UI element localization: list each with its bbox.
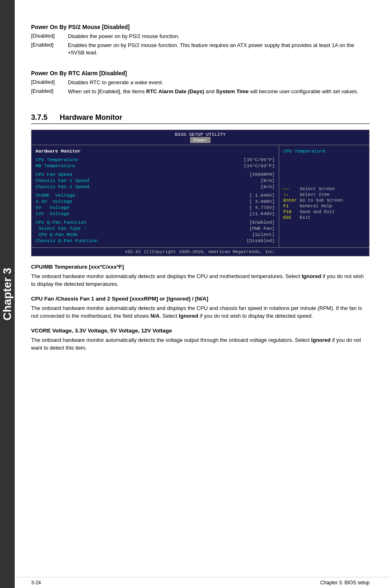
bios-key-row: F10 Save and Exit (283, 209, 365, 214)
footer-bar: 3-24 Chapter 3: BIOS setup (15, 577, 390, 588)
footer-page-number: 3-24 (31, 580, 41, 586)
voltage-text: The onboard hardware monitor automatical… (31, 336, 370, 352)
bios-header: BIOS SETUP UTILITY Power (31, 130, 369, 145)
rtc-enabled-desc: When set to [Enabled], the items RTC Ala… (68, 88, 370, 95)
list-item: [Enabled] Enables the power on by PS/2 m… (31, 42, 370, 56)
hw-section-title: Hardware Monitor (60, 113, 122, 121)
bios-label: 5V Voltage (36, 205, 69, 210)
bios-label: CPU Q-Fan Mode (36, 232, 78, 237)
bios-label: CPU Temperature (36, 157, 78, 162)
bios-footer: v02.61 (C)Copyright 1985-2010, American … (31, 247, 369, 256)
bios-row: CPU Fan Speed [3590RPM] (36, 172, 275, 177)
bios-key: F10 (283, 209, 300, 214)
bios-right-title: CPU Temperature (283, 148, 365, 154)
hw-section-number: 3.7.5 (31, 113, 47, 121)
ps2-enabled-label: [Enabled] (31, 42, 68, 56)
fan-speed-title: CPU Fan /Chassis Fan 1 and 2 Speed [xxxx… (31, 296, 370, 302)
list-item: [Enabled] When set to [Enabled], the ite… (31, 88, 370, 95)
bios-value: [11.648V] (249, 211, 275, 216)
bios-label: Select Fan Type : (36, 226, 86, 231)
ps2-enabled-desc: Enables the power on by PS/2 mouse funct… (68, 42, 370, 56)
bios-key-row: ←→ Select Screen (283, 186, 365, 191)
voltage-title: VCORE Voltage, 3.3V Voltage, 5V Voltage,… (31, 328, 370, 334)
bios-key-desc: Select Item (300, 192, 329, 197)
bios-key-row: Enter Go to Sub Screen (283, 198, 365, 203)
ps2-item-list: [Disabled] Disables the power on by PS/2… (31, 33, 370, 58)
bios-value: [ 4.776V] (249, 205, 275, 210)
bios-value: [N/A] (260, 184, 275, 189)
fan-speed-section: CPU Fan /Chassis Fan 1 and 2 Speed [xxxx… (31, 296, 370, 320)
rtc-item-list: [Disabled] Disables RTC to generate a wa… (31, 79, 370, 97)
ps2-disabled-label: [Disabled] (31, 33, 68, 40)
bios-row: Chassis Q-Fan Function [Disabled] (36, 238, 275, 243)
bios-key-row: F1 General Help (283, 204, 365, 209)
bios-key-desc: Select Screen (300, 186, 335, 191)
bios-row: Select Fan Type : [PWR Fan] (36, 226, 275, 231)
bios-row: 5V Voltage [ 4.776V] (36, 205, 275, 210)
bios-row: VCORE Voltage [ 1.040V] (36, 193, 275, 198)
rtc-disabled-desc: Disables RTC to generate a wake event. (68, 79, 370, 86)
bios-left-title: Hardware Monitor (36, 148, 275, 154)
bios-label: MB Temperature (36, 163, 75, 168)
bios-value: [35°C/95°F] (244, 157, 275, 162)
bios-label: CPU Q-Fan Function (36, 220, 86, 225)
bios-key: ↑↓ (283, 192, 300, 197)
ps2-disabled-desc: Disables the power on by PS/2 mouse func… (68, 33, 370, 40)
bios-row: MB Temperature [34°C/93°F] (36, 163, 275, 168)
bios-keys: ←→ Select Screen ↑↓ Select Item Enter Go… (283, 186, 365, 220)
bios-header-text: BIOS SETUP UTILITY (175, 132, 226, 137)
bios-active-tab: Power (190, 137, 211, 143)
bios-value: [N/A] (260, 178, 275, 183)
list-item: [Disabled] Disables RTC to generate a wa… (31, 79, 370, 86)
bios-key: ESC (283, 215, 300, 220)
bios-key-desc: General Help (300, 204, 332, 209)
bios-key-desc: Save and Exit (300, 209, 335, 214)
bios-row: 12V Voltage [11.648V] (36, 211, 275, 216)
bios-value: [3590RPM] (249, 172, 275, 177)
bios-screenshot: BIOS SETUP UTILITY Power Hardware Monito… (31, 130, 370, 256)
bios-key-desc: Exit (300, 215, 310, 220)
bios-value: [ 3.008V] (249, 199, 275, 204)
bios-row: CPU Q-Fan Function [Enabled] (36, 220, 275, 225)
voltage-section: VCORE Voltage, 3.3V Voltage, 5V Voltage,… (31, 328, 370, 352)
cpu-temp-section: CPU/MB Temperature [xxxºC/xxxºF] The onb… (31, 264, 370, 288)
bios-label: Chassis Q-Fan Function (36, 238, 98, 243)
bios-label: Chassis Fan 2 Speed (36, 184, 89, 189)
bios-body: Hardware Monitor CPU Temperature [35°C/9… (31, 145, 369, 247)
bios-label: 3.3V Voltage (36, 199, 72, 204)
hw-monitor-section: 3.7.5 Hardware Monitor BIOS SETUP UTILIT… (31, 113, 370, 359)
bios-key-desc: Go to Sub Screen (300, 198, 343, 203)
bios-value: [34°C/93°F] (244, 163, 275, 168)
ps2-title: Power On By PS/2 Mouse [Disabled] (31, 24, 370, 30)
bios-value: [PWR Fan] (249, 226, 275, 231)
bios-value: [Silent] (252, 232, 275, 237)
footer-chapter-label: Chapter 3: BIOS setup (320, 580, 370, 586)
bios-row: 3.3V Voltage [ 3.008V] (36, 199, 275, 204)
cpu-temp-text: The onboard hardware monitor automatical… (31, 272, 370, 288)
rtc-enabled-label: [Enabled] (31, 88, 68, 95)
rtc-disabled-label: [Disabled] (31, 79, 68, 86)
fan-speed-text: The onboard hardware monitor automatical… (31, 304, 370, 320)
bios-value: [Disabled] (247, 238, 275, 243)
bios-left-panel: Hardware Monitor CPU Temperature [35°C/9… (31, 145, 279, 247)
chapter-tab: Chapter 3 (0, 0, 15, 588)
bios-label: CPU Fan Speed (36, 172, 72, 177)
main-content: Power On By PS/2 Mouse [Disabled] [Disab… (15, 0, 390, 588)
rtc-title: Power On By RTC Alarm [Disabled] (31, 70, 370, 76)
bios-key: Enter (283, 198, 300, 203)
bios-row: CPU Q-Fan Mode [Silent] (36, 232, 275, 237)
bios-right-panel: CPU Temperature ←→ Select Screen ↑↓ Sele… (279, 145, 369, 247)
bios-label: Chassis Fan 1 Speed (36, 178, 89, 183)
bios-key-row: ↑↓ Select Item (283, 192, 365, 197)
bios-value: [Enabled] (249, 220, 275, 225)
bios-key: F1 (283, 204, 300, 209)
bios-key: ←→ (283, 186, 300, 191)
bios-value: [ 1.040V] (249, 193, 275, 198)
hw-monitor-heading: 3.7.5 Hardware Monitor (31, 113, 370, 124)
cpu-temp-title: CPU/MB Temperature [xxxºC/xxxºF] (31, 264, 370, 270)
bios-label: 12V Voltage (36, 211, 69, 216)
bios-row: CPU Temperature [35°C/95°F] (36, 157, 275, 162)
list-item: [Disabled] Disables the power on by PS/2… (31, 33, 370, 40)
bios-key-row: ESC Exit (283, 215, 365, 220)
bios-row: Chassis Fan 1 Speed [N/A] (36, 178, 275, 183)
